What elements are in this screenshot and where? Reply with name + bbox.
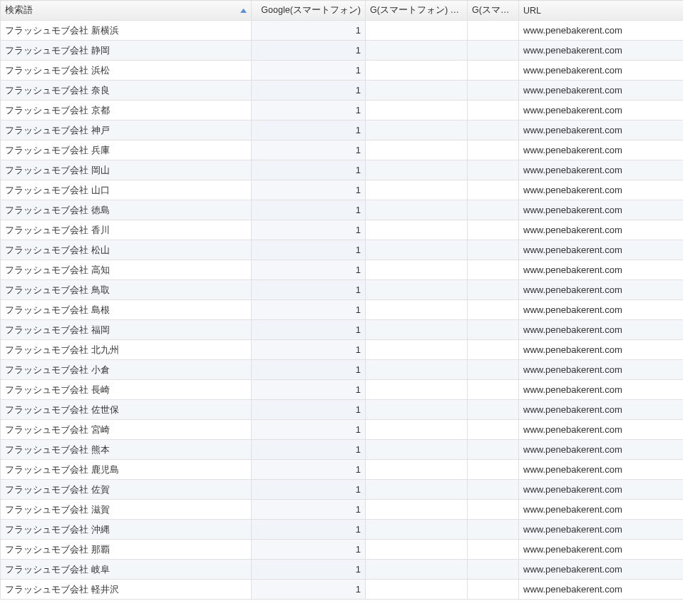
cell-google-sub [468, 240, 519, 260]
cell-google-sub [468, 180, 519, 200]
table-row[interactable]: フラッシュモブ会社 神戸1www.penebakerent.com [1, 120, 684, 140]
cell-google-change [366, 200, 468, 220]
cell-google-sub [468, 200, 519, 220]
cell-google-change [366, 440, 468, 460]
cell-url: www.penebakerent.com [519, 560, 684, 580]
cell-google-sub [468, 120, 519, 140]
table-row[interactable]: フラッシュモブ会社 佐世保1www.penebakerent.com [1, 400, 684, 420]
cell-google-change [366, 280, 468, 300]
cell-google-sub [468, 580, 519, 600]
cell-google-rank: 1 [252, 520, 366, 540]
cell-url: www.penebakerent.com [519, 500, 684, 520]
table-row[interactable]: フラッシュモブ会社 鳥取1www.penebakerent.com [1, 280, 684, 300]
cell-url: www.penebakerent.com [519, 260, 684, 280]
cell-url: www.penebakerent.com [519, 220, 684, 240]
cell-google-change [366, 420, 468, 440]
cell-google-change [366, 520, 468, 540]
cell-search-term: フラッシュモブ会社 佐世保 [1, 400, 252, 420]
table-row[interactable]: フラッシュモブ会社 山口1www.penebakerent.com [1, 180, 684, 200]
cell-google-sub [468, 260, 519, 280]
table-header: 検索語 Google(スマートフォン) G(スマートフォン) 変化 G(スマート… [1, 1, 684, 21]
cell-google-sub [468, 500, 519, 520]
header-google-smartphone[interactable]: Google(スマートフォン) [252, 1, 366, 21]
table-row[interactable]: フラッシュモブ会社 熊本1www.penebakerent.com [1, 440, 684, 460]
cell-google-rank: 1 [252, 320, 366, 340]
header-google-sub[interactable]: G(スマートフ.. [468, 1, 519, 21]
table-row[interactable]: フラッシュモブ会社 高知1www.penebakerent.com [1, 260, 684, 280]
cell-search-term: フラッシュモブ会社 北九州 [1, 340, 252, 360]
cell-google-rank: 1 [252, 420, 366, 440]
table-row[interactable]: フラッシュモブ会社 佐賀1www.penebakerent.com [1, 480, 684, 500]
header-url[interactable]: URL [519, 1, 684, 21]
table-row[interactable]: フラッシュモブ会社 岡山1www.penebakerent.com [1, 160, 684, 180]
table-row[interactable]: フラッシュモブ会社 岐阜1www.penebakerent.com [1, 560, 684, 580]
cell-url: www.penebakerent.com [519, 200, 684, 220]
cell-url: www.penebakerent.com [519, 580, 684, 600]
cell-google-rank: 1 [252, 340, 366, 360]
header-search-term-label: 検索語 [5, 4, 33, 16]
cell-url: www.penebakerent.com [519, 340, 684, 360]
table-row[interactable]: フラッシュモブ会社 小倉1www.penebakerent.com [1, 360, 684, 380]
cell-search-term: フラッシュモブ会社 鳥取 [1, 280, 252, 300]
cell-url: www.penebakerent.com [519, 120, 684, 140]
table-row[interactable]: フラッシュモブ会社 滋賀1www.penebakerent.com [1, 500, 684, 520]
cell-google-change [366, 41, 468, 61]
header-search-term[interactable]: 検索語 [1, 1, 252, 21]
cell-google-sub [468, 101, 519, 120]
cell-url: www.penebakerent.com [519, 460, 684, 480]
table-row[interactable]: フラッシュモブ会社 長崎1www.penebakerent.com [1, 380, 684, 400]
table-row[interactable]: フラッシュモブ会社 徳島1www.penebakerent.com [1, 200, 684, 220]
cell-search-term: フラッシュモブ会社 那覇 [1, 540, 252, 560]
cell-google-rank: 1 [252, 160, 366, 180]
cell-google-change [366, 340, 468, 360]
header-google-smartphone-label: Google(スマートフォン) [261, 5, 361, 15]
cell-google-change [366, 560, 468, 580]
table-row[interactable]: フラッシュモブ会社 香川1www.penebakerent.com [1, 220, 684, 240]
header-google-sub-label: G(スマートフ.. [472, 5, 519, 15]
table-row[interactable]: フラッシュモブ会社 京都1www.penebakerent.com [1, 101, 684, 120]
cell-google-sub [468, 520, 519, 540]
cell-search-term: フラッシュモブ会社 奈良 [1, 81, 252, 101]
table-row[interactable]: フラッシュモブ会社 兵庫1www.penebakerent.com [1, 140, 684, 160]
table-row[interactable]: フラッシュモブ会社 浜松1www.penebakerent.com [1, 61, 684, 81]
table-row[interactable]: フラッシュモブ会社 宮崎1www.penebakerent.com [1, 420, 684, 440]
cell-google-sub [468, 160, 519, 180]
table-row[interactable]: フラッシュモブ会社 鹿児島1www.penebakerent.com [1, 460, 684, 480]
cell-google-sub [468, 440, 519, 460]
cell-url: www.penebakerent.com [519, 41, 684, 61]
table-row[interactable]: フラッシュモブ会社 沖縄1www.penebakerent.com [1, 520, 684, 540]
table-row[interactable]: フラッシュモブ会社 静岡1www.penebakerent.com [1, 41, 684, 61]
cell-google-change [366, 220, 468, 240]
table-body: フラッシュモブ会社 新横浜1www.penebakerent.comフラッシュモ… [1, 21, 684, 600]
table-row[interactable]: フラッシュモブ会社 軽井沢1www.penebakerent.com [1, 580, 684, 600]
cell-google-rank: 1 [252, 560, 366, 580]
cell-search-term: フラッシュモブ会社 宮崎 [1, 420, 252, 440]
table-row[interactable]: フラッシュモブ会社 島根1www.penebakerent.com [1, 300, 684, 320]
cell-google-rank: 1 [252, 280, 366, 300]
cell-search-term: フラッシュモブ会社 兵庫 [1, 140, 252, 160]
cell-search-term: フラッシュモブ会社 神戸 [1, 120, 252, 140]
cell-url: www.penebakerent.com [519, 420, 684, 440]
cell-search-term: フラッシュモブ会社 鹿児島 [1, 460, 252, 480]
cell-google-change [366, 500, 468, 520]
table-row[interactable]: フラッシュモブ会社 那覇1www.penebakerent.com [1, 540, 684, 560]
cell-google-change [366, 300, 468, 320]
cell-google-rank: 1 [252, 360, 366, 380]
table-row[interactable]: フラッシュモブ会社 松山1www.penebakerent.com [1, 240, 684, 260]
cell-search-term: フラッシュモブ会社 香川 [1, 220, 252, 240]
cell-url: www.penebakerent.com [519, 380, 684, 400]
table-row[interactable]: フラッシュモブ会社 奈良1www.penebakerent.com [1, 81, 684, 101]
cell-google-rank: 1 [252, 200, 366, 220]
cell-search-term: フラッシュモブ会社 山口 [1, 180, 252, 200]
rank-table: 検索語 Google(スマートフォン) G(スマートフォン) 変化 G(スマート… [0, 0, 683, 600]
table-row[interactable]: フラッシュモブ会社 北九州1www.penebakerent.com [1, 340, 684, 360]
svg-marker-0 [240, 9, 247, 13]
header-google-change[interactable]: G(スマートフォン) 変化 [366, 1, 468, 21]
cell-google-sub [468, 480, 519, 500]
table-row[interactable]: フラッシュモブ会社 福岡1www.penebakerent.com [1, 320, 684, 340]
cell-search-term: フラッシュモブ会社 岐阜 [1, 560, 252, 580]
cell-google-change [366, 81, 468, 101]
cell-google-change [366, 460, 468, 480]
table-row[interactable]: フラッシュモブ会社 新横浜1www.penebakerent.com [1, 21, 684, 41]
cell-url: www.penebakerent.com [519, 320, 684, 340]
